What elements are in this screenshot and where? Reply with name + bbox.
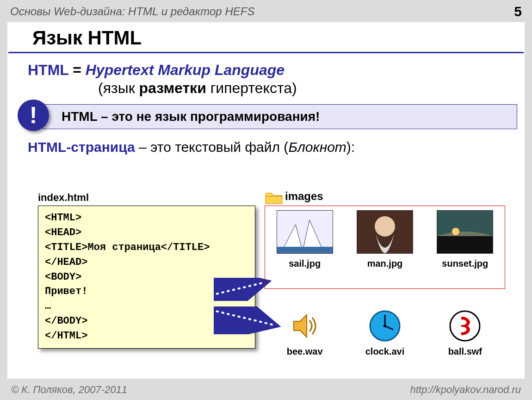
svg-point-16 (384, 325, 386, 327)
callout: HTML – это не язык программирования! ! (15, 104, 517, 129)
keyword: HTML-страница (28, 139, 135, 155)
thumbnail-caption: sunset.jpg (433, 258, 497, 269)
page-description: HTML-страница – это текстовый файл (Блок… (7, 129, 525, 155)
definition-translation: (язык разметки гипертекста) (7, 79, 525, 102)
svg-point-9 (375, 216, 395, 237)
definition-lhs: HTML (28, 62, 68, 78)
slide-body: Язык HTML HTML = Hypertext Markup Langua… (7, 22, 525, 379)
thumbnail-caption: sail.jpg (272, 258, 337, 269)
definition-eq: = (68, 62, 85, 78)
media-caption: clock.avi (353, 346, 417, 357)
media-caption: ball.swf (433, 346, 497, 357)
thumbnail: sunset.jpg (433, 210, 497, 269)
media-item: clock.avi (353, 309, 417, 357)
folder-icon (265, 191, 283, 205)
header-bar: Основы Web-дизайна: HTML и редактор HEFS… (0, 0, 532, 22)
svg-rect-11 (437, 236, 493, 253)
callout-text: HTML – это не язык программирования! (62, 109, 320, 124)
footer-bar: © К. Поляков, 2007-2011 http://kpolyakov… (7, 380, 525, 400)
page-title: Язык HTML (8, 25, 524, 53)
audio-icon (288, 309, 322, 343)
media-item: ball.swf (433, 309, 497, 357)
flash-icon (448, 309, 482, 343)
thumbnails-row: sail.jpg man.jpg sunset.jpg (265, 210, 505, 269)
page-number: 5 (514, 4, 522, 19)
clock-icon (368, 309, 402, 343)
breadcrumb: Основы Web-дизайна: HTML и редактор HEFS (10, 5, 254, 18)
sail-image-icon (277, 210, 333, 254)
definition-line: HTML = Hypertext Markup Language (7, 53, 525, 79)
definition-rhs: Hypertext Markup Language (86, 62, 285, 78)
text-end: ): (346, 139, 355, 155)
callout-mark: ! (30, 104, 37, 127)
sunset-image-icon (437, 210, 493, 254)
text-italic: Блокнот (288, 139, 346, 155)
exclamation-icon: ! (18, 100, 49, 131)
text-middle: – это текстовый файл ( (135, 139, 289, 155)
svg-rect-7 (277, 247, 333, 253)
footer-copyright: © К. Поляков, 2007-2011 (11, 384, 127, 396)
media-row: bee.wav clock.avi ball.swf (265, 309, 505, 357)
thumbnail: man.jpg (353, 210, 417, 269)
thumbnail-caption: man.jpg (353, 258, 417, 269)
man-image-icon (357, 210, 413, 254)
folder-name: images (285, 190, 323, 203)
content-columns: index.html <HTML> <HEAD> <TITLE>Моя стра… (7, 189, 525, 379)
code-filename: index.html (38, 192, 89, 204)
translation-suffix: гипертекста) (206, 80, 297, 96)
media-caption: bee.wav (272, 346, 337, 357)
translation-bold: разметки (139, 80, 206, 96)
footer-url: http://kpolyakov.narod.ru (410, 384, 521, 396)
media-item: bee.wav (272, 309, 337, 357)
translation-prefix: (язык (98, 80, 139, 96)
thumbnail: sail.jpg (272, 210, 337, 269)
